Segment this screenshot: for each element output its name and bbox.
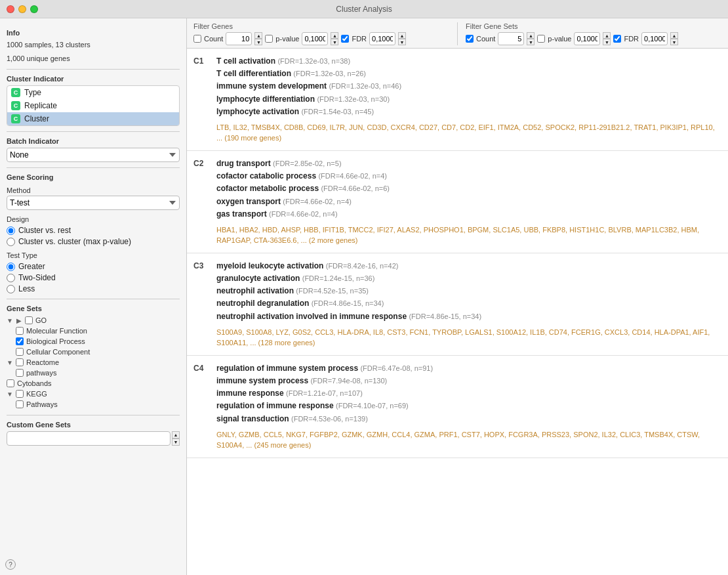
cluster-indicator-type[interactable]: C Type	[7, 86, 179, 99]
batch-indicator-select[interactable]: None	[7, 148, 180, 162]
filter-genes-count-up[interactable]: ▲	[254, 32, 262, 39]
filter-gene-sets-count-checkbox[interactable]	[466, 35, 474, 43]
custom-gene-sets-input[interactable]	[10, 435, 167, 442]
test-type-label-less: Less	[18, 284, 35, 293]
method-label: Method	[7, 186, 180, 194]
kegg-pathways-node[interactable]: Pathways	[16, 399, 180, 410]
test-type-less[interactable]: Less	[7, 284, 180, 293]
indicator-label-type: Type	[24, 88, 41, 97]
filter-genes-fdr-input[interactable]	[369, 32, 395, 45]
biological-process-checkbox[interactable]	[16, 337, 24, 345]
filter-genes-fdr-up[interactable]: ▲	[398, 32, 406, 39]
molecular-function-node[interactable]: Molecular Function	[16, 326, 180, 336]
cluster-indicator-replicate[interactable]: C Replicate	[7, 99, 179, 112]
filter-genes-pvalue-down[interactable]: ▼	[331, 39, 338, 45]
filter-gene-sets-fdr-up[interactable]: ▲	[670, 32, 678, 39]
cluster-row-c4: C4 regulation of immune system process (…	[187, 356, 728, 458]
filter-gene-sets-fdr-checkbox[interactable]	[613, 35, 621, 43]
test-type-radio-less[interactable]	[7, 285, 15, 293]
right-panel: Filter Genes Count ▲ ▼ p-value	[187, 18, 728, 575]
filter-genes-count-input[interactable]	[226, 32, 252, 45]
filter-gene-sets-count-input[interactable]	[498, 32, 524, 45]
gene-set-item: lymphocyte activation (FDR=1.54e-03, n=4…	[216, 106, 721, 118]
tree-node-kegg[interactable]: ▼ KEGG	[7, 389, 180, 399]
gene-set-item: regulation of immune response (FDR=4.10e…	[216, 400, 721, 412]
design-radio-cluster-vs-cluster[interactable]	[7, 238, 15, 246]
info-genes: 1,000 unique genes	[7, 53, 180, 64]
filter-genes-pvalue-input[interactable]	[302, 32, 328, 45]
filter-gene-sets-pvalue-down[interactable]: ▼	[603, 39, 611, 45]
filter-gene-sets-count-up[interactable]: ▲	[527, 32, 535, 39]
gene-set-item: granulocyte activation (FDR=1.24e-15, n=…	[216, 272, 721, 285]
filter-gene-sets-pvalue-input[interactable]	[574, 32, 600, 45]
filter-genes-fdr-label: FDR	[352, 35, 367, 43]
design-cluster-vs-rest[interactable]: Cluster vs. rest	[7, 226, 180, 235]
cluster-content-c4: regulation of immune system process (FDR…	[216, 362, 721, 451]
cytobands-checkbox[interactable]	[7, 379, 14, 387]
filter-genes-fdr-down[interactable]: ▼	[398, 39, 406, 45]
filter-genes-count-spinner: ▲ ▼	[254, 32, 262, 45]
test-type-label-greater: Greater	[18, 262, 45, 271]
tree-node-cytobands[interactable]: Cytobands	[7, 378, 180, 389]
test-type-two-sided[interactable]: Two-Sided	[7, 273, 180, 282]
filter-genes-pvalue-spinner: ▲ ▼	[331, 32, 338, 45]
filter-gene-sets-pvalue-checkbox[interactable]	[537, 35, 545, 43]
filter-gene-sets-fdr-down[interactable]: ▼	[670, 39, 678, 45]
method-select[interactable]: T-test	[7, 196, 180, 210]
cluster-indicator-cluster[interactable]: C Cluster	[7, 112, 179, 125]
cluster-id-c1: C1	[187, 55, 216, 144]
kegg-pathways-checkbox[interactable]	[16, 400, 24, 408]
reactome-pathways-node[interactable]: pathways	[16, 368, 180, 378]
gene-set-item: neutrophil activation (FDR=4.52e-15, n=3…	[216, 285, 721, 297]
go-checkbox[interactable]	[25, 316, 33, 324]
gene-list-c2: HBA1, HBA2, HBD, AHSP, HBB, IFIT1B, TMCC…	[216, 224, 721, 246]
gene-set-list-c3: myeloid leukocyte activation (FDR=8.42e-…	[216, 260, 721, 323]
custom-spinner-down[interactable]: ▼	[172, 438, 180, 446]
reactome-pathways-checkbox[interactable]	[16, 369, 24, 377]
filter-gene-sets-pvalue-up[interactable]: ▲	[603, 32, 611, 39]
tree-node-go[interactable]: ▼ ▶ GO	[7, 315, 180, 326]
molecular-function-label: Molecular Function	[26, 327, 87, 335]
tree-node-reactome[interactable]: ▼ Reactome	[7, 357, 180, 368]
close-button[interactable]	[7, 5, 14, 13]
batch-indicator-label: Batch Indicator	[7, 137, 180, 145]
gene-sets-tree: ▼ ▶ GO Molecular Function Biological Pro…	[7, 315, 180, 410]
design-radio-cluster-vs-rest[interactable]	[7, 226, 15, 235]
custom-spinner-up[interactable]: ▲	[172, 431, 180, 438]
cluster-row-c3: C3 myeloid leukocyte activation (FDR=8.4…	[187, 253, 728, 356]
gene-set-list-c4: regulation of immune system process (FDR…	[216, 362, 721, 425]
filter-genes-fdr-spinner: ▲ ▼	[398, 32, 406, 45]
gene-set-item: drug transport (FDR=2.85e-02, n=5)	[216, 158, 721, 170]
maximize-button[interactable]	[30, 5, 38, 13]
gene-sets-label: Gene Sets	[7, 305, 180, 312]
kegg-checkbox[interactable]	[16, 390, 24, 398]
test-type-greater[interactable]: Greater	[7, 262, 180, 271]
filter-gene-sets-fdr-input[interactable]	[641, 32, 668, 45]
filter-gene-sets-count-down[interactable]: ▼	[527, 39, 535, 45]
design-cluster-vs-cluster[interactable]: Cluster vs. cluster (max p-value)	[7, 237, 180, 246]
filter-genes-pvalue-up[interactable]: ▲	[331, 32, 338, 39]
filter-genes-count-checkbox[interactable]	[193, 35, 201, 43]
cellular-component-label: Cellular Component	[26, 348, 90, 356]
filter-gene-sets-fdr-spinner: ▲ ▼	[670, 32, 678, 45]
molecular-function-checkbox[interactable]	[16, 327, 24, 335]
cellular-component-checkbox[interactable]	[16, 348, 24, 356]
left-panel: Info 1000 samples, 13 clusters 1,000 uni…	[0, 18, 187, 575]
filter-genes-pvalue-checkbox[interactable]	[265, 35, 273, 43]
kegg-expand-arrow: ▼	[7, 391, 13, 398]
cellular-component-node[interactable]: Cellular Component	[16, 347, 180, 357]
reactome-checkbox[interactable]	[16, 358, 24, 366]
help-button[interactable]: ?	[5, 559, 16, 570]
cluster-id-c4: C4	[187, 362, 216, 451]
test-type-radio-two-sided[interactable]	[7, 274, 15, 282]
biological-process-node[interactable]: Biological Process	[16, 336, 180, 347]
gene-list-c1: LTB, IL32, TMSB4X, CD8B, CD69, IL7R, JUN…	[216, 122, 721, 144]
info-samples: 1000 samples, 13 clusters	[7, 39, 180, 51]
minimize-button[interactable]	[18, 5, 26, 13]
filter-genes-fdr-checkbox[interactable]	[341, 35, 349, 43]
test-type-radio-greater[interactable]	[7, 263, 15, 271]
reactome-children: pathways	[16, 368, 180, 378]
gene-set-item: signal transduction (FDR=4.53e-06, n=139…	[216, 413, 721, 425]
filter-bar: Filter Genes Count ▲ ▼ p-value	[187, 18, 728, 49]
filter-genes-count-down[interactable]: ▼	[254, 39, 262, 45]
